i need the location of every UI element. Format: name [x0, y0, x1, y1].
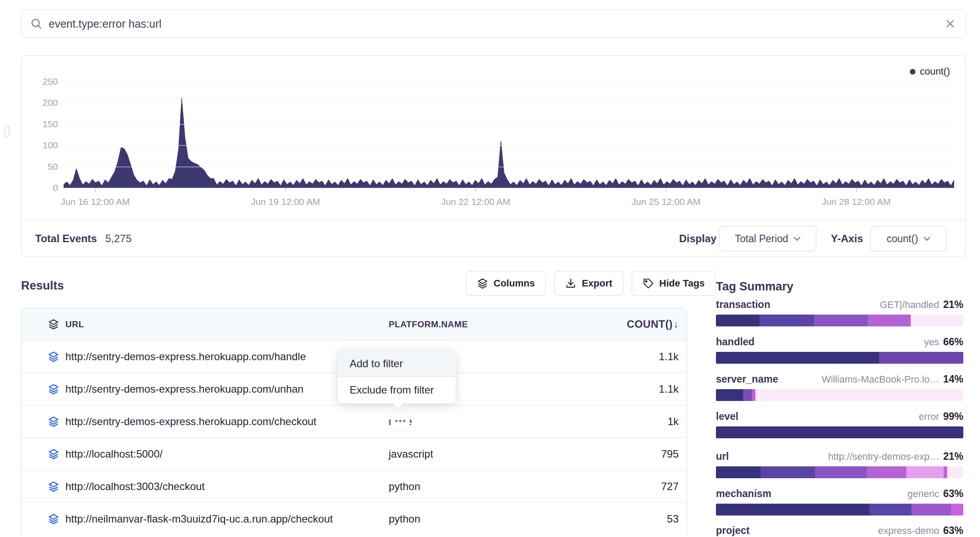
download-icon — [565, 278, 576, 289]
tag-row-mechanism[interactable]: mechanism generic 63% — [716, 488, 963, 516]
tag-bar-segment — [951, 504, 963, 516]
display-select-value: Total Period — [735, 233, 788, 245]
row-count: 53 — [591, 513, 679, 525]
row-url[interactable]: http://sentry-demos-express.herokuapp.co… — [65, 415, 389, 428]
total-events-label: Total Events — [35, 233, 97, 245]
tag-bar-segment — [944, 466, 947, 478]
layers-icon[interactable] — [21, 319, 65, 330]
row-actions-ellipsis-button[interactable] — [390, 411, 410, 430]
display-select[interactable]: Total Period — [719, 226, 816, 251]
search-bar[interactable]: event.type:error has:url — [21, 10, 966, 38]
x-axis-tick-label: Jun 19 12:00 AM — [233, 197, 338, 207]
tag-bar-segment — [867, 466, 906, 478]
tag-name: mechanism — [716, 488, 772, 500]
tag-top-value: yes — [924, 337, 939, 348]
tag-distribution-bar[interactable] — [716, 389, 963, 401]
chevron-down-icon — [794, 236, 801, 241]
tag-row-server-name[interactable]: server_name Williams-MacBook-Pro.lo… 14% — [716, 373, 963, 401]
x-axis-tick — [665, 188, 666, 192]
columns-button[interactable]: Columns — [466, 271, 546, 296]
x-axis-tick-label: Jun 25 12:00 AM — [613, 197, 719, 207]
results-table: URL PLATFORM.NAME COUNT() ↓ http://sentr… — [21, 308, 687, 534]
chart-footer-divider — [21, 219, 966, 220]
display-label: Display — [679, 233, 716, 245]
tag-name: server_name — [716, 373, 778, 385]
tag-top-value: generic — [908, 488, 939, 500]
layers-icon[interactable] — [21, 481, 65, 492]
search-query-input[interactable]: event.type:error has:url — [49, 18, 944, 30]
layers-icon[interactable] — [21, 383, 65, 395]
tag-name: transaction — [716, 299, 770, 311]
tag-distribution-bar[interactable] — [716, 315, 963, 326]
chart-legend[interactable]: count() — [910, 66, 950, 77]
export-button-label: Export — [582, 278, 612, 289]
column-header-count[interactable]: COUNT() ↓ — [591, 318, 679, 330]
tag-name: level — [716, 411, 738, 422]
tag-distribution-bar[interactable] — [716, 426, 963, 438]
row-url[interactable]: http://localhost:5000/ — [65, 448, 389, 460]
row-url[interactable]: http://localhost:3003/checkout — [65, 480, 389, 493]
x-axis-tick-label: Jun 16 12:00 AM — [43, 197, 148, 207]
tag-bar-segment — [879, 352, 963, 364]
hide-tags-button[interactable]: Hide Tags — [632, 271, 716, 296]
chevron-down-icon — [923, 236, 930, 241]
sort-descending-arrow: ↓ — [674, 319, 679, 330]
table-row[interactable]: http://localhost:3003/checkout python 72… — [21, 470, 687, 502]
tag-summary-heading: Tag Summary — [716, 280, 794, 294]
search-icon — [30, 18, 43, 30]
row-platform: javascript — [389, 448, 591, 460]
tag-distribution-bar[interactable] — [716, 352, 963, 364]
tag-distribution-bar[interactable] — [716, 466, 963, 478]
results-heading: Results — [21, 279, 64, 293]
tag-percent: 99% — [943, 411, 963, 422]
tag-row-project[interactable]: project express-demo 63% — [716, 525, 963, 537]
events-time-series-chart[interactable] — [64, 82, 954, 188]
tag-top-value: Williams-MacBook-Pro.lo… — [822, 374, 939, 385]
tag-icon — [643, 278, 654, 289]
tag-row-url[interactable]: url http://sentry-demos-exp… 21% — [716, 451, 963, 478]
tag-top-value: http://sentry-demos-exp… — [828, 451, 939, 462]
row-count: 795 — [591, 448, 679, 460]
y-axis-select-value: count() — [887, 233, 918, 245]
row-count: 1.1k — [591, 383, 679, 395]
layers-icon[interactable] — [21, 513, 65, 525]
tag-bar-segment — [911, 315, 963, 326]
tag-name: handled — [716, 336, 755, 348]
tag-bar-segment — [755, 389, 963, 401]
menu-item-add-to-filter[interactable]: Add to filter — [338, 351, 456, 377]
legend-series-label: count() — [920, 66, 950, 77]
table-row[interactable]: http://sentry-demos-express.herokuapp.co… — [21, 405, 687, 437]
tag-bar-segment — [716, 504, 869, 516]
column-header-url[interactable]: URL — [65, 319, 389, 329]
row-url[interactable]: http://neilmanvar-flask-m3uuizd7iq-uc.a.… — [65, 513, 389, 525]
tag-percent: 21% — [943, 299, 963, 311]
table-row[interactable]: http://localhost:5000/ javascript 795 — [21, 437, 687, 470]
layers-icon — [477, 278, 488, 289]
layers-icon[interactable] — [21, 416, 65, 427]
table-row[interactable]: http://neilmanvar-flask-m3uuizd7iq-uc.a.… — [21, 502, 687, 535]
columns-button-label: Columns — [494, 278, 535, 289]
x-axis-tick — [475, 188, 476, 192]
tag-bar-segment — [743, 389, 752, 401]
cell-actions-context-menu: Add to filter Exclude from filter — [337, 350, 456, 404]
tag-row-handled[interactable]: handled yes 66% — [716, 336, 963, 364]
panel-grip-icon[interactable] — [4, 125, 10, 137]
clear-search-icon[interactable] — [944, 18, 956, 29]
tag-distribution-bar[interactable] — [716, 504, 963, 516]
ellipsis-icon — [395, 420, 397, 422]
tag-top-value: GET|/handled — [880, 299, 939, 311]
export-button[interactable]: Export — [554, 271, 623, 296]
tag-bar-segment — [759, 315, 814, 326]
tag-bar-segment — [716, 352, 879, 364]
hide-tags-button-label: Hide Tags — [659, 278, 705, 289]
x-axis-tick — [856, 188, 857, 192]
tag-row-transaction[interactable]: transaction GET|/handled 21% — [716, 299, 963, 326]
tag-bar-segment — [947, 466, 963, 478]
layers-icon[interactable] — [21, 448, 65, 460]
column-header-platform[interactable]: PLATFORM.NAME — [389, 319, 591, 329]
chart-x-axis-line — [61, 188, 956, 188]
y-axis-label: Y-Axis — [831, 233, 863, 245]
tag-row-level[interactable]: level error 99% — [716, 411, 963, 438]
layers-icon[interactable] — [21, 351, 65, 362]
y-axis-select[interactable]: count() — [870, 226, 947, 251]
